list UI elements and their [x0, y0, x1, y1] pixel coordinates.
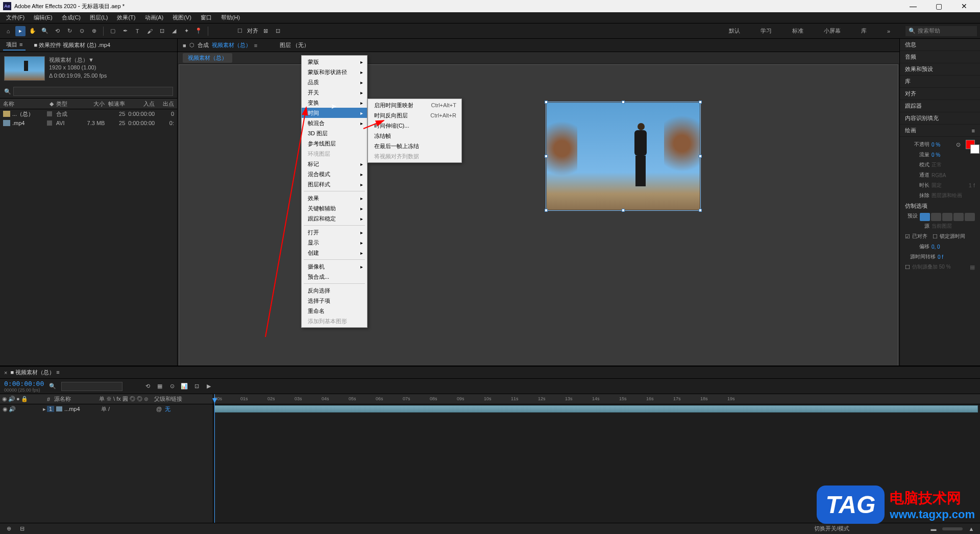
- panel-content-aware[interactable]: 内容识别填充: [900, 112, 980, 125]
- locksrc-checkbox[interactable]: ☐: [933, 233, 938, 240]
- submenu-item[interactable]: 冻结帧: [368, 131, 461, 141]
- rotate-tool[interactable]: ↻: [64, 26, 75, 36]
- draft3d-icon[interactable]: ⊡: [192, 382, 201, 391]
- handle-tl[interactable]: [545, 101, 548, 104]
- menu-help[interactable]: 帮助(H): [217, 13, 244, 22]
- flowchart-comp[interactable]: 视频素材（总）: [183, 53, 232, 63]
- zoom-out-icon[interactable]: ▬: [929, 524, 938, 533]
- puppet-tool[interactable]: 📍: [193, 26, 204, 36]
- handle-tm[interactable]: [622, 101, 625, 104]
- menu-item[interactable]: 开关▸: [302, 87, 367, 98]
- home-button[interactable]: ⌂: [3, 26, 13, 36]
- handle-bm[interactable]: [622, 209, 625, 212]
- parent-pickwhip-icon[interactable]: @: [156, 406, 162, 412]
- panel-effects[interactable]: 效果和预设: [900, 63, 980, 76]
- menu-item[interactable]: 关键帧辅助▸: [302, 203, 367, 213]
- menu-view[interactable]: 视图(V): [168, 13, 195, 22]
- comp-thumbnail[interactable]: [4, 56, 45, 81]
- menu-effect[interactable]: 效果(T): [113, 13, 139, 22]
- workspace-more[interactable]: »: [882, 26, 895, 36]
- erase-dropdown[interactable]: 图层源和绘画: [932, 192, 962, 199]
- lock-icon[interactable]: ■: [183, 42, 186, 48]
- timeline-search[interactable]: [61, 382, 122, 391]
- workspace-standard[interactable]: 标准: [787, 25, 808, 37]
- panel-library[interactable]: 库: [900, 76, 980, 88]
- foreground-swatch[interactable]: [966, 140, 975, 149]
- panel-paint-header[interactable]: 绘画 ≡: [900, 125, 980, 137]
- workspace-learn[interactable]: 学习: [755, 25, 777, 37]
- preset-5[interactable]: [965, 213, 975, 221]
- preset-1[interactable]: [920, 213, 930, 221]
- layer-context-menu[interactable]: 蒙版▸蒙版和形状路径▸品质▸开关▸变换▸时间▸帧混合▸3D 图层参考线图层环境图…: [301, 55, 368, 328]
- menu-item[interactable]: 创建▸: [302, 248, 367, 258]
- selection-tool[interactable]: ▸: [15, 26, 26, 36]
- layer-color[interactable]: 1: [47, 406, 54, 412]
- menu-item[interactable]: 品质▸: [302, 77, 367, 87]
- menu-item[interactable]: 反向选择: [302, 285, 367, 296]
- maximize-button[interactable]: ▢: [931, 2, 946, 10]
- workspace-small[interactable]: 小屏幕: [819, 25, 846, 37]
- menu-item[interactable]: 3D 图层: [302, 128, 367, 138]
- timeline-tab[interactable]: ■ 视频素材（总） ≡: [10, 369, 59, 376]
- project-item-video[interactable]: .mp4 AVI 7.3 MB 25 0:00:00:00 0:: [0, 118, 177, 128]
- preset-3[interactable]: [942, 213, 952, 221]
- panel-menu-icon[interactable]: ≡: [19, 41, 22, 47]
- workspace-default[interactable]: 默认: [724, 25, 745, 37]
- roto-tool[interactable]: ✦: [181, 26, 191, 36]
- timeline-layer-1[interactable]: ◉ 🔊 ▸ 1 ...mp4 单 / @ 无: [0, 404, 213, 414]
- video-toggle[interactable]: ◉: [2, 406, 8, 412]
- submenu-item[interactable]: 时间反向图层Ctrl+Alt+R: [368, 110, 461, 120]
- opacity-value[interactable]: 0 %: [932, 142, 940, 148]
- flowchart-icon[interactable]: ⬡: [189, 42, 194, 48]
- audio-col-icon[interactable]: 🔊: [8, 396, 15, 402]
- tab-menu-icon[interactable]: ≡: [254, 42, 257, 48]
- av-col-icon[interactable]: ◉: [2, 396, 7, 402]
- submenu-item[interactable]: 时间伸缩(C)...: [368, 120, 461, 131]
- pen-tool[interactable]: ✒: [120, 26, 130, 36]
- handle-bl[interactable]: [545, 209, 548, 212]
- camera-tool[interactable]: ⊙: [77, 26, 87, 36]
- brush-tool[interactable]: 🖌: [144, 26, 155, 36]
- menu-window[interactable]: 窗口: [197, 13, 216, 22]
- project-search-input[interactable]: [13, 87, 173, 96]
- handle-tr[interactable]: [699, 101, 702, 104]
- panel-align[interactable]: 对齐: [900, 88, 980, 100]
- graph-icon[interactable]: 📊: [180, 382, 189, 391]
- anchor-tool[interactable]: ⊕: [89, 26, 99, 36]
- audio-toggle[interactable]: 🔊: [9, 406, 15, 412]
- menu-item[interactable]: 显示▸: [302, 237, 367, 248]
- shy-icon[interactable]: ⟲: [143, 382, 152, 391]
- comp-name[interactable]: 视频素材（总）▼: [49, 56, 107, 64]
- playhead[interactable]: [214, 394, 215, 523]
- parent-header[interactable]: 父级和链接: [154, 395, 211, 403]
- type-tool[interactable]: T: [132, 26, 142, 36]
- project-item-comp[interactable]: ...（总） 合成 25 0:00:00:00 0: [0, 109, 177, 118]
- lock-col-icon[interactable]: 🔒: [21, 396, 28, 402]
- orbit-tool[interactable]: ⟲: [52, 26, 62, 36]
- layer-1-track[interactable]: [213, 404, 980, 414]
- menu-item[interactable]: 摄像机▸: [302, 261, 367, 272]
- solo-col-icon[interactable]: ●: [16, 396, 20, 402]
- canvas-layer[interactable]: [547, 103, 700, 210]
- srctime-value[interactable]: 0 f: [938, 254, 943, 260]
- project-tab[interactable]: 项目≡: [3, 40, 26, 51]
- layer-1-clip[interactable]: [214, 405, 978, 412]
- parent-dropdown[interactable]: 无: [165, 405, 170, 413]
- menu-file[interactable]: 文件(F): [2, 13, 29, 22]
- selection-bounds[interactable]: [546, 102, 701, 211]
- channel-dropdown[interactable]: RGBA: [932, 173, 946, 178]
- zoom-tool[interactable]: 🔍: [40, 26, 50, 36]
- menu-item[interactable]: 标记▸: [302, 159, 367, 169]
- toggle-modes-icon[interactable]: ⊟: [17, 524, 27, 533]
- layer-name[interactable]: ...mp4: [64, 406, 101, 412]
- mode-dropdown[interactable]: 正常: [932, 161, 942, 168]
- frame-blend-icon[interactable]: ▦: [155, 382, 164, 391]
- render-icon[interactable]: ▶: [204, 382, 213, 391]
- overlay-checkbox[interactable]: ☐: [905, 264, 910, 271]
- menu-animation[interactable]: 动画(A): [141, 13, 168, 22]
- menu-item[interactable]: 混合模式▸: [302, 169, 367, 179]
- menu-item[interactable]: 选择子项: [302, 296, 367, 306]
- submenu-item[interactable]: 在最后一帧上冻结: [368, 141, 461, 151]
- background-swatch[interactable]: [970, 144, 979, 154]
- current-timecode[interactable]: 0:00:00:00: [4, 380, 44, 387]
